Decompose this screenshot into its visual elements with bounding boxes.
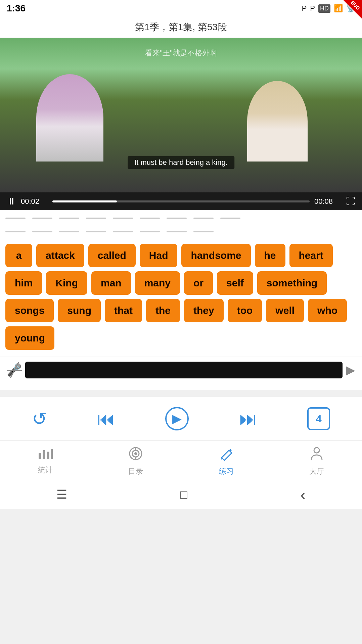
dash-5 xyxy=(113,218,133,219)
video-frame[interactable]: 看来"王"就是不格外啊 It must be hard being a king… xyxy=(0,38,362,192)
back-icon[interactable]: ‹ xyxy=(300,486,305,504)
word-a[interactable]: a xyxy=(5,244,32,267)
word-many[interactable]: many xyxy=(135,271,180,295)
dash-15 xyxy=(140,231,160,232)
signal-icon: 📶 xyxy=(334,4,343,13)
nav-bar: ☰ □ ‹ xyxy=(0,480,362,509)
word-something[interactable]: something xyxy=(257,271,327,295)
recording-input[interactable] xyxy=(25,362,343,378)
word-self[interactable]: self xyxy=(217,271,253,295)
word-well[interactable]: well xyxy=(266,299,304,322)
dash-11 xyxy=(32,231,52,232)
menu-icon[interactable]: ☰ xyxy=(56,488,67,502)
play-small-button[interactable]: ▶ xyxy=(346,363,355,377)
svg-rect-3 xyxy=(51,449,53,459)
tab-bar: 统计 目录 练习 xyxy=(0,441,362,480)
status-bar: 1:36 P P HD 📶 📡 BUG xyxy=(0,0,362,17)
word-him[interactable]: him xyxy=(5,271,42,295)
english-subtitle: It must be hard being a king. xyxy=(128,156,234,169)
separator-row2 xyxy=(0,224,362,237)
svg-point-9 xyxy=(314,448,319,453)
dash-3 xyxy=(59,218,79,219)
svg-rect-2 xyxy=(47,452,49,459)
play-button[interactable]: ▶ xyxy=(165,407,189,430)
p-icon1: P xyxy=(302,4,307,13)
word-that[interactable]: that xyxy=(105,299,142,322)
dash-7 xyxy=(167,218,187,219)
svg-point-6 xyxy=(134,452,137,455)
catalog-icon xyxy=(128,446,143,464)
svg-rect-0 xyxy=(39,453,41,459)
word-sung[interactable]: sung xyxy=(58,299,101,322)
rewind-button[interactable]: ⏮ xyxy=(97,408,115,429)
p-icon2: P xyxy=(310,4,315,13)
hall-icon xyxy=(309,446,324,464)
dash-1 xyxy=(5,218,26,219)
dash-14 xyxy=(113,231,133,232)
word-they[interactable]: they xyxy=(184,299,224,322)
pause-button[interactable]: ⏸ xyxy=(7,196,16,207)
statistics-icon xyxy=(38,446,53,463)
status-icons: P P HD 📶 📡 xyxy=(302,4,355,13)
word-handsome[interactable]: handsome xyxy=(181,244,251,267)
word-heart[interactable]: heart xyxy=(289,244,333,267)
progress-bar[interactable] xyxy=(52,200,310,202)
word-the[interactable]: the xyxy=(146,299,180,322)
dash-4 xyxy=(86,218,106,219)
dash-10 xyxy=(5,231,26,232)
fullscreen-button[interactable]: ⛶ xyxy=(346,196,355,207)
tab-hall[interactable]: 大厅 xyxy=(309,446,324,476)
separator-row1 xyxy=(0,210,362,224)
dash-9 xyxy=(220,218,240,219)
badge-button[interactable]: 4 xyxy=(307,407,330,430)
episode-title: 第1季，第1集, 第53段 xyxy=(135,22,227,32)
practice-icon xyxy=(219,446,234,464)
recording-bar: 🎤 ╱ ▶ xyxy=(0,357,362,383)
dash-16 xyxy=(167,231,187,232)
home-icon[interactable]: □ xyxy=(180,488,187,502)
mic-icon[interactable]: 🎤 ╱ xyxy=(7,363,22,377)
word-young[interactable]: young xyxy=(5,326,54,350)
hd-badge: HD xyxy=(318,4,330,13)
word-songs[interactable]: songs xyxy=(5,299,54,322)
bottom-controls: ↺ ⏮ ▶ ⏭ 4 xyxy=(0,397,362,441)
dash-8 xyxy=(193,218,214,219)
word-grid: a attack called Had handsome he heart hi… xyxy=(0,237,362,357)
word-too[interactable]: too xyxy=(228,299,262,322)
badge-number: 4 xyxy=(316,413,322,424)
progress-fill xyxy=(52,200,117,202)
total-time: 00:08 xyxy=(314,197,341,206)
word-or[interactable]: or xyxy=(184,271,213,295)
page-header: 第1季，第1集, 第53段 xyxy=(0,17,362,38)
exercise-area: a attack called Had handsome he heart hi… xyxy=(0,210,362,390)
word-man[interactable]: man xyxy=(91,271,131,295)
person-left xyxy=(36,74,103,162)
video-container: 看来"王"就是不格外啊 It must be hard being a king… xyxy=(0,38,362,210)
tab-practice[interactable]: 练习 xyxy=(219,446,234,476)
dash-2 xyxy=(32,218,52,219)
current-time: 00:02 xyxy=(21,197,48,206)
status-time: 1:36 xyxy=(7,3,26,14)
tab-catalog-label: 目录 xyxy=(128,466,143,476)
dash-13 xyxy=(86,231,106,232)
svg-rect-1 xyxy=(43,450,45,459)
chinese-subtitle: 看来"王"就是不格外啊 xyxy=(145,48,217,58)
word-had[interactable]: Had xyxy=(140,244,178,267)
word-he[interactable]: he xyxy=(255,244,285,267)
video-controls: ⏸ 00:02 00:08 ⛶ xyxy=(0,192,362,210)
forward-button[interactable]: ⏭ xyxy=(239,408,257,429)
tab-hall-label: 大厅 xyxy=(309,466,324,476)
word-who[interactable]: who xyxy=(308,299,347,322)
replay-button[interactable]: ↺ xyxy=(32,408,47,429)
word-called[interactable]: called xyxy=(88,244,136,267)
dash-6 xyxy=(140,218,160,219)
dash-12 xyxy=(59,231,79,232)
tab-practice-label: 练习 xyxy=(219,466,234,476)
tab-statistics-label: 统计 xyxy=(38,465,53,475)
tab-catalog[interactable]: 目录 xyxy=(128,446,143,476)
person-right xyxy=(247,81,308,162)
word-king[interactable]: King xyxy=(46,271,87,295)
dash-17 xyxy=(193,231,214,232)
tab-statistics[interactable]: 统计 xyxy=(38,446,53,475)
word-attack[interactable]: attack xyxy=(36,244,84,267)
